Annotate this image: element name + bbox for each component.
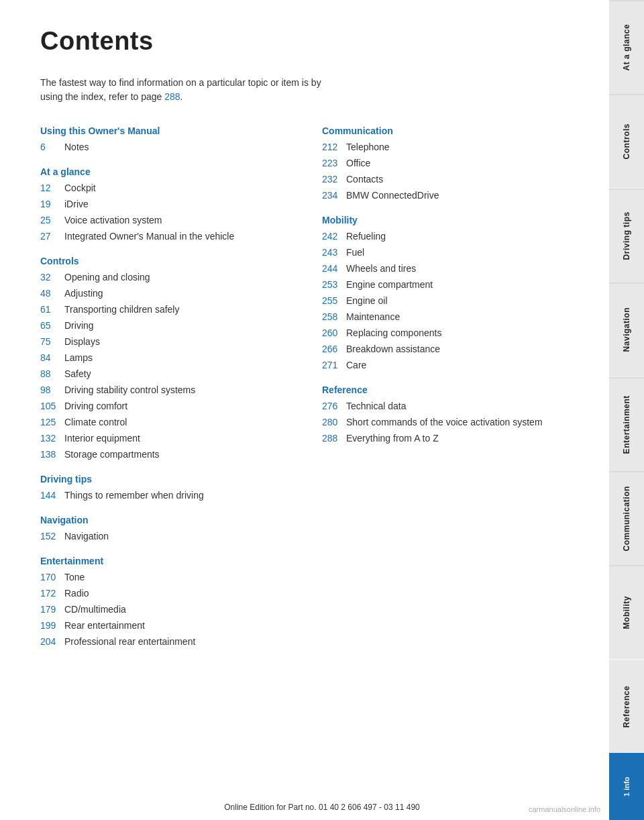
- toc-section: Mobility242Refueling243Fuel244Wheels and…: [322, 215, 564, 372]
- toc-entry-label: Lamps: [64, 351, 93, 365]
- sidebar-tab-controls[interactable]: Controls: [609, 94, 644, 188]
- toc-entry[interactable]: 253Engine compartment: [322, 278, 564, 292]
- toc-page-number: 179: [40, 603, 64, 617]
- toc-entry[interactable]: 6Notes: [40, 140, 282, 154]
- toc-page-number: 32: [40, 270, 64, 285]
- toc-entry-label: Transporting children safely: [64, 303, 179, 317]
- toc-page-number: 75: [40, 335, 64, 349]
- sidebar-tab-communication[interactable]: Communication: [609, 471, 644, 565]
- toc-entry[interactable]: 25Voice activation system: [40, 213, 282, 227]
- toc-entry[interactable]: 242Refueling: [322, 229, 564, 244]
- right-sections: Communication212Telephone223Office232Con…: [322, 125, 564, 446]
- toc-entry-label: iDrive: [64, 197, 89, 211]
- toc-entry[interactable]: 75Displays: [40, 335, 282, 349]
- left-sections: Using this Owner's Manual6NotesAt a glan…: [40, 125, 282, 649]
- toc-entry[interactable]: 244Wheels and tires: [322, 262, 564, 276]
- sidebar-tab-mobility[interactable]: Mobility: [609, 565, 644, 659]
- toc-entry[interactable]: 212Telephone: [322, 140, 564, 154]
- toc-section: Driving tips144Things to remember when d…: [40, 474, 282, 503]
- toc-entry[interactable]: 48Adjusting: [40, 287, 282, 301]
- toc-entry[interactable]: 223Office: [322, 156, 564, 170]
- toc-entry-label: Telephone: [346, 140, 390, 154]
- toc-entry[interactable]: 88Safety: [40, 367, 282, 381]
- toc-entry[interactable]: 105Driving comfort: [40, 399, 282, 413]
- toc-entry[interactable]: 234BMW ConnectedDrive: [322, 189, 564, 203]
- toc-page-number: 65: [40, 319, 64, 333]
- toc-page-number: 25: [40, 213, 64, 227]
- toc-entry-label: Care: [346, 358, 366, 372]
- toc-page-number: 105: [40, 399, 64, 413]
- toc-entry[interactable]: 276Technical data: [322, 399, 564, 413]
- toc-entry-label: Displays: [64, 335, 100, 349]
- toc-entry[interactable]: 27Integrated Owner's Manual in the vehic…: [40, 229, 282, 244]
- toc-page-number: 48: [40, 287, 64, 301]
- toc-entry[interactable]: 255Engine oil: [322, 294, 564, 308]
- toc-entry[interactable]: 12Cockpit: [40, 181, 282, 195]
- toc-entry[interactable]: 61Transporting children safely: [40, 303, 282, 317]
- sidebar-tab-reference[interactable]: Reference: [609, 660, 644, 753]
- toc-section: Reference276Technical data280Short comma…: [322, 385, 564, 446]
- toc-entry[interactable]: 152Navigation: [40, 529, 282, 544]
- toc-entry[interactable]: 19iDrive: [40, 197, 282, 211]
- toc-entry[interactable]: 266Breakdown assistance: [322, 342, 564, 356]
- section-heading: Using this Owner's Manual: [40, 125, 282, 136]
- toc-entry[interactable]: 204Professional rear entertainment: [40, 635, 282, 649]
- toc-entry-label: Navigation: [64, 529, 109, 544]
- watermark: carmanualsonline.info: [529, 805, 600, 813]
- toc-entry[interactable]: 271Care: [322, 358, 564, 372]
- toc-page-number: 212: [322, 140, 346, 154]
- sidebar-tab-at-a-glance[interactable]: At a glance: [609, 0, 644, 94]
- toc-entry[interactable]: 144Things to remember when driving: [40, 489, 282, 503]
- toc-page-number: 61: [40, 303, 64, 317]
- intro-paragraph: The fastest way to find information on a…: [40, 76, 322, 104]
- toc-entry[interactable]: 243Fuel: [322, 246, 564, 260]
- toc-section: Navigation152Navigation: [40, 515, 282, 544]
- toc-entry-label: Refueling: [346, 229, 386, 244]
- toc-page-number: 244: [322, 262, 346, 276]
- toc-entry-label: Engine compartment: [346, 278, 433, 292]
- toc-entry-label: Contacts: [346, 172, 383, 187]
- toc-entry-label: Office: [346, 156, 370, 170]
- section-heading: Reference: [322, 385, 564, 395]
- footer: Online Edition for Part no. 01 40 2 606 …: [0, 795, 644, 820]
- toc-page-number: 204: [40, 635, 64, 649]
- toc-entry[interactable]: 258Maintenance: [322, 310, 564, 324]
- toc-page-number: 232: [322, 172, 346, 187]
- toc-entry[interactable]: 98Driving stability control systems: [40, 383, 282, 397]
- toc-entry-label: Engine oil: [346, 294, 388, 308]
- toc-section: Using this Owner's Manual6Notes: [40, 125, 282, 154]
- toc-entry-label: Interior equipment: [64, 431, 140, 446]
- toc-entry[interactable]: 288Everything from A to Z: [322, 431, 564, 446]
- toc-section: At a glance12Cockpit19iDrive25Voice acti…: [40, 166, 282, 244]
- toc-entry[interactable]: 172Radio: [40, 586, 282, 601]
- footer-text: Online Edition for Part no. 01 40 2 606 …: [224, 803, 420, 812]
- page-title: Contents: [40, 27, 564, 56]
- intro-suffix: .: [180, 91, 183, 102]
- toc-entry[interactable]: 125Climate control: [40, 415, 282, 429]
- toc-entry[interactable]: 32Opening and closing: [40, 270, 282, 285]
- toc-entry[interactable]: 132Interior equipment: [40, 431, 282, 446]
- page-ref-link[interactable]: 288: [164, 91, 180, 102]
- sidebar-tab-entertainment[interactable]: Entertainment: [609, 377, 644, 471]
- toc-entry[interactable]: 199Rear entertainment: [40, 619, 282, 633]
- toc-entry[interactable]: 179CD/multimedia: [40, 603, 282, 617]
- toc-entry-label: Driving comfort: [64, 399, 127, 413]
- toc-page-number: 6: [40, 140, 64, 154]
- toc-entry-label: Driving stability control systems: [64, 383, 195, 397]
- toc-entry[interactable]: 65Driving: [40, 319, 282, 333]
- toc-page-number: 98: [40, 383, 64, 397]
- sidebar-tab-navigation[interactable]: Navigation: [609, 283, 644, 376]
- toc-entry[interactable]: 260Replacing components: [322, 326, 564, 340]
- section-heading: Navigation: [40, 515, 282, 525]
- toc-entry[interactable]: 170Tone: [40, 570, 282, 584]
- toc-page-number: 242: [322, 229, 346, 244]
- toc-entry-label: Safety: [64, 367, 91, 381]
- toc-entry-label: Fuel: [346, 246, 364, 260]
- toc-entry-label: Driving: [64, 319, 94, 333]
- toc-entry-label: Cockpit: [64, 181, 96, 195]
- toc-entry[interactable]: 280Short commands of the voice activatio…: [322, 415, 564, 429]
- toc-entry[interactable]: 138Storage compartments: [40, 448, 282, 462]
- sidebar-tab-driving-tips[interactable]: Driving tips: [609, 189, 644, 283]
- toc-entry[interactable]: 84Lamps: [40, 351, 282, 365]
- toc-entry[interactable]: 232Contacts: [322, 172, 564, 187]
